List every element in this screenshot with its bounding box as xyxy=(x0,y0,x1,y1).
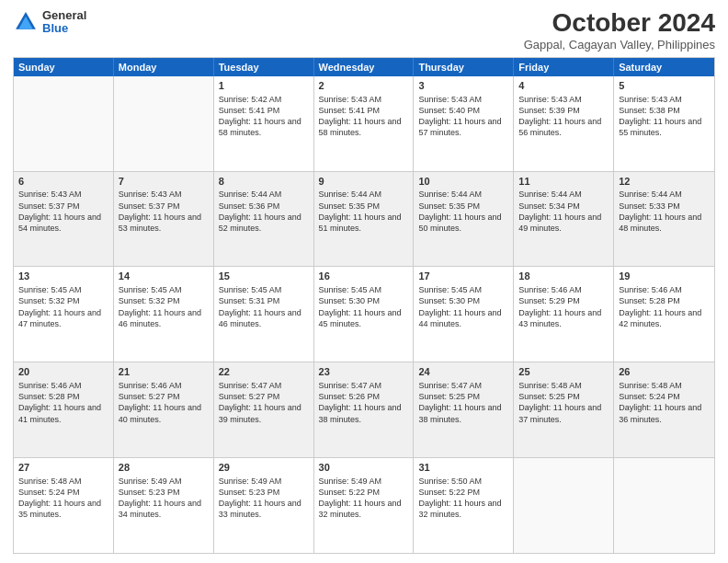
day-info: Sunset: 5:30 PM xyxy=(418,295,508,306)
calendar-cell: 29Sunrise: 5:49 AMSunset: 5:23 PMDayligh… xyxy=(214,458,314,553)
day-info: Sunrise: 5:45 AM xyxy=(18,284,108,295)
day-info: Sunset: 5:32 PM xyxy=(119,295,209,306)
day-info: Sunrise: 5:45 AM xyxy=(319,284,409,295)
day-info: Daylight: 11 hours and 40 minutes. xyxy=(119,402,209,424)
day-info: Sunset: 5:39 PM xyxy=(518,105,609,116)
day-info: Daylight: 11 hours and 53 minutes. xyxy=(119,212,209,234)
day-info: Daylight: 11 hours and 56 minutes. xyxy=(518,116,609,138)
calendar-body: 1Sunrise: 5:42 AMSunset: 5:41 PMDaylight… xyxy=(14,76,714,553)
day-info: Daylight: 11 hours and 32 minutes. xyxy=(418,498,508,520)
calendar-cell: 19Sunrise: 5:46 AMSunset: 5:28 PMDayligh… xyxy=(614,267,714,362)
day-info: Sunrise: 5:44 AM xyxy=(518,189,609,200)
calendar-cell: 8Sunrise: 5:44 AMSunset: 5:36 PMDaylight… xyxy=(214,172,314,267)
day-info: Daylight: 11 hours and 43 minutes. xyxy=(518,307,609,329)
day-info: Sunrise: 5:43 AM xyxy=(619,94,710,105)
day-info: Sunset: 5:41 PM xyxy=(319,105,409,116)
calendar-cell: 31Sunrise: 5:50 AMSunset: 5:22 PMDayligh… xyxy=(414,458,514,553)
day-info: Daylight: 11 hours and 49 minutes. xyxy=(518,212,609,234)
calendar-row: 6Sunrise: 5:43 AMSunset: 5:37 PMDaylight… xyxy=(14,172,714,268)
weekday-header: Sunday xyxy=(14,58,114,76)
day-info: Daylight: 11 hours and 58 minutes. xyxy=(319,116,409,138)
day-info: Sunrise: 5:50 AM xyxy=(418,476,508,487)
day-number: 27 xyxy=(18,461,108,475)
day-info: Sunrise: 5:44 AM xyxy=(418,189,508,200)
day-info: Sunrise: 5:46 AM xyxy=(18,380,108,391)
day-info: Daylight: 11 hours and 54 minutes. xyxy=(18,212,108,234)
calendar-cell: 13Sunrise: 5:45 AMSunset: 5:32 PMDayligh… xyxy=(14,267,114,362)
day-info: Sunrise: 5:46 AM xyxy=(619,284,710,295)
day-info: Sunset: 5:28 PM xyxy=(619,295,710,306)
calendar-cell: 15Sunrise: 5:45 AMSunset: 5:31 PMDayligh… xyxy=(214,267,314,362)
day-info: Daylight: 11 hours and 46 minutes. xyxy=(119,307,209,329)
calendar-cell: 30Sunrise: 5:49 AMSunset: 5:22 PMDayligh… xyxy=(314,458,415,553)
day-info: Sunset: 5:37 PM xyxy=(18,201,108,212)
day-info: Sunrise: 5:49 AM xyxy=(119,476,209,487)
calendar-row: 13Sunrise: 5:45 AMSunset: 5:32 PMDayligh… xyxy=(14,267,714,362)
day-info: Sunrise: 5:45 AM xyxy=(119,284,209,295)
day-info: Sunset: 5:31 PM xyxy=(219,295,309,306)
weekday-header: Thursday xyxy=(414,58,514,76)
logo-icon xyxy=(13,9,39,35)
day-info: Sunset: 5:23 PM xyxy=(119,487,209,498)
day-number: 13 xyxy=(18,270,108,283)
day-number: 4 xyxy=(518,79,609,93)
day-info: Sunset: 5:35 PM xyxy=(319,201,409,212)
day-number: 8 xyxy=(219,175,309,189)
day-info: Daylight: 11 hours and 42 minutes. xyxy=(619,307,710,329)
day-info: Sunrise: 5:47 AM xyxy=(418,380,508,391)
day-number: 5 xyxy=(619,79,710,93)
calendar-cell: 9Sunrise: 5:44 AMSunset: 5:35 PMDaylight… xyxy=(314,172,415,267)
day-info: Daylight: 11 hours and 38 minutes. xyxy=(319,402,409,424)
day-info: Sunset: 5:32 PM xyxy=(18,295,108,306)
day-info: Sunset: 5:41 PM xyxy=(219,105,309,116)
day-info: Daylight: 11 hours and 57 minutes. xyxy=(418,116,508,138)
day-number: 17 xyxy=(418,270,508,283)
day-info: Sunset: 5:24 PM xyxy=(18,487,108,498)
calendar-row: 1Sunrise: 5:42 AMSunset: 5:41 PMDaylight… xyxy=(14,76,714,172)
day-number: 20 xyxy=(18,365,108,379)
calendar-cell: 6Sunrise: 5:43 AMSunset: 5:37 PMDaylight… xyxy=(14,172,114,267)
logo-general: General xyxy=(42,9,86,22)
day-info: Daylight: 11 hours and 37 minutes. xyxy=(518,402,609,424)
day-info: Daylight: 11 hours and 32 minutes. xyxy=(319,498,409,520)
calendar-cell: 2Sunrise: 5:43 AMSunset: 5:41 PMDaylight… xyxy=(314,76,415,171)
calendar-cell: 18Sunrise: 5:46 AMSunset: 5:29 PMDayligh… xyxy=(514,267,614,362)
calendar-cell: 12Sunrise: 5:44 AMSunset: 5:33 PMDayligh… xyxy=(614,172,714,267)
day-info: Sunrise: 5:43 AM xyxy=(518,94,609,105)
day-info: Sunrise: 5:46 AM xyxy=(119,380,209,391)
day-number: 16 xyxy=(319,270,409,283)
day-info: Sunset: 5:25 PM xyxy=(418,391,508,402)
day-info: Sunset: 5:36 PM xyxy=(219,201,309,212)
day-info: Sunrise: 5:43 AM xyxy=(18,189,108,200)
day-number: 31 xyxy=(418,461,508,475)
day-number: 29 xyxy=(219,461,309,475)
day-number: 19 xyxy=(619,270,710,283)
calendar-cell: 3Sunrise: 5:43 AMSunset: 5:40 PMDaylight… xyxy=(414,76,514,171)
calendar-cell: 24Sunrise: 5:47 AMSunset: 5:25 PMDayligh… xyxy=(414,362,514,457)
day-number: 11 xyxy=(518,175,609,189)
day-number: 18 xyxy=(518,270,609,283)
day-number: 10 xyxy=(418,175,508,189)
day-info: Sunset: 5:34 PM xyxy=(518,201,609,212)
calendar-cell xyxy=(14,76,114,171)
day-info: Sunset: 5:30 PM xyxy=(319,295,409,306)
logo: General Blue xyxy=(13,9,86,36)
logo-text: General Blue xyxy=(42,9,86,36)
day-number: 22 xyxy=(219,365,309,379)
calendar-cell: 25Sunrise: 5:48 AMSunset: 5:25 PMDayligh… xyxy=(514,362,614,457)
day-number: 3 xyxy=(418,79,508,93)
day-info: Daylight: 11 hours and 55 minutes. xyxy=(619,116,710,138)
logo-blue: Blue xyxy=(42,22,86,35)
day-info: Sunset: 5:37 PM xyxy=(119,201,209,212)
calendar-cell: 20Sunrise: 5:46 AMSunset: 5:28 PMDayligh… xyxy=(14,362,114,457)
weekday-header: Monday xyxy=(114,58,214,76)
day-info: Sunrise: 5:49 AM xyxy=(319,476,409,487)
calendar-cell: 28Sunrise: 5:49 AMSunset: 5:23 PMDayligh… xyxy=(114,458,214,553)
calendar-cell: 16Sunrise: 5:45 AMSunset: 5:30 PMDayligh… xyxy=(314,267,415,362)
day-info: Sunset: 5:33 PM xyxy=(619,201,710,212)
day-number: 15 xyxy=(219,270,309,283)
calendar-cell: 17Sunrise: 5:45 AMSunset: 5:30 PMDayligh… xyxy=(414,267,514,362)
day-info: Sunrise: 5:44 AM xyxy=(619,189,710,200)
day-number: 24 xyxy=(418,365,508,379)
day-info: Sunrise: 5:45 AM xyxy=(418,284,508,295)
